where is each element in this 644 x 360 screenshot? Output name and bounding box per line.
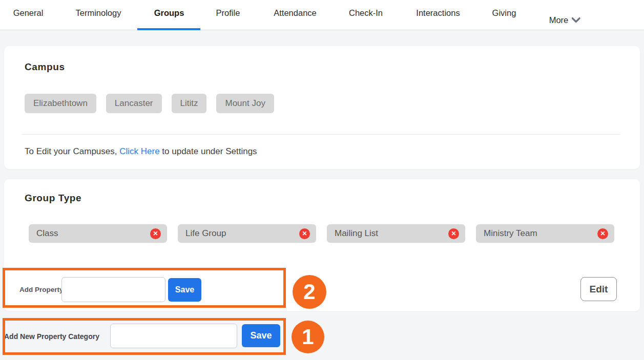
campus-chip-lititz: Lititz	[172, 94, 207, 113]
chip-label: Ministry Team	[484, 228, 537, 239]
edit-button[interactable]: Edit	[580, 277, 617, 301]
chip-label: Life Group	[185, 228, 226, 239]
add-category-input[interactable]	[110, 324, 237, 348]
remove-icon[interactable]: ✕	[150, 228, 161, 239]
group-type-chip-class: Class ✕	[29, 224, 167, 243]
tab-terminology[interactable]: Terminology	[76, 8, 121, 18]
tab-interactions[interactable]: Interactions	[416, 8, 460, 18]
tab-attendance[interactable]: Attendance	[274, 8, 316, 18]
campus-edit-note: To Edit your Campuses, Click Here to upd…	[25, 146, 257, 157]
chevron-down-icon	[571, 17, 580, 23]
tab-general[interactable]: General	[13, 8, 44, 18]
settings-tabbar: General Terminology Groups Profile Atten…	[0, 0, 644, 30]
chip-label: Mailing List	[335, 228, 378, 239]
group-type-chip-mailing-list: Mailing List ✕	[327, 224, 465, 243]
tab-more[interactable]: More	[549, 15, 580, 25]
tab-check-in[interactable]: Check-In	[349, 8, 383, 18]
active-tab-underline	[137, 28, 200, 30]
add-category-label: Add New Property Category	[4, 332, 99, 341]
remove-icon[interactable]: ✕	[299, 228, 310, 239]
group-type-chip-life-group: Life Group ✕	[178, 224, 316, 243]
campus-card-divider	[22, 134, 620, 135]
chip-label: Class	[36, 228, 58, 239]
remove-icon[interactable]: ✕	[448, 228, 459, 239]
tab-more-label: More	[549, 15, 569, 25]
group-type-card-title: Group Type	[25, 193, 81, 204]
click-here-link[interactable]: Click Here	[119, 146, 159, 156]
annotation-step1-badge: 1	[292, 321, 324, 353]
add-property-input[interactable]	[61, 277, 165, 302]
campus-chip-lancaster: Lancaster	[106, 94, 162, 113]
settings-page: General Terminology Groups Profile Atten…	[0, 0, 644, 360]
tab-groups[interactable]: Groups	[154, 8, 184, 18]
note-suffix: to update under Settings	[160, 146, 257, 156]
annotation-step2-badge: 2	[293, 275, 326, 309]
add-property-save-button[interactable]: Save	[168, 278, 201, 302]
tab-giving[interactable]: Giving	[492, 8, 516, 18]
tab-profile[interactable]: Profile	[216, 8, 240, 18]
campus-card-title: Campus	[25, 61, 65, 73]
note-prefix: To Edit your Campuses,	[25, 146, 119, 156]
campus-chip-elizabethtown: Elizabethtown	[25, 94, 96, 113]
campus-chip-mount-joy: Mount Joy	[216, 94, 274, 113]
campus-chip-row: Elizabethtown Lancaster Lititz Mount Joy	[25, 94, 274, 113]
group-type-chip-ministry-team: Ministry Team ✕	[476, 224, 614, 243]
group-type-chip-row: Class ✕ Life Group ✕ Mailing List ✕ Mini…	[29, 224, 614, 243]
add-category-save-button[interactable]: Save	[242, 324, 280, 347]
remove-icon[interactable]: ✕	[597, 228, 608, 239]
campus-card: Campus Elizabethtown Lancaster Lititz Mo…	[4, 46, 640, 169]
add-property-label: Add Property	[19, 286, 64, 293]
